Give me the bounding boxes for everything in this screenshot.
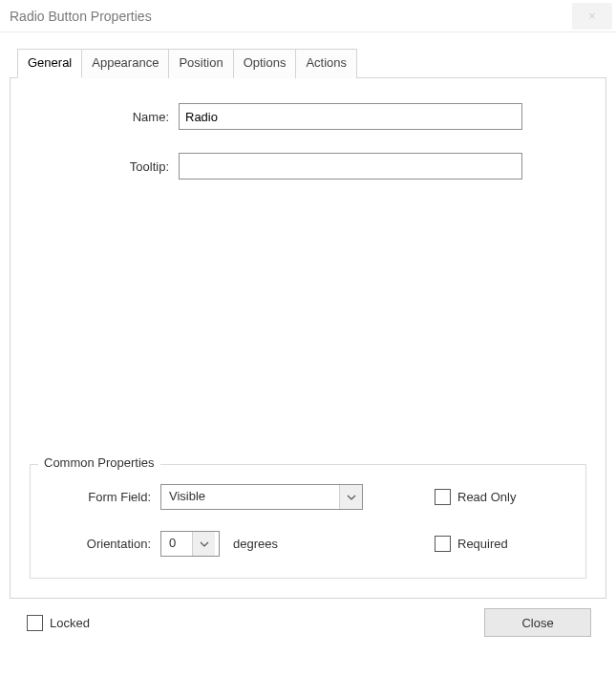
dialog-content: General Appearance Position Options Acti… bbox=[0, 32, 616, 697]
close-button-label: Close bbox=[521, 616, 553, 630]
form-field-select[interactable]: Visible bbox=[160, 484, 363, 510]
tooltip-input[interactable] bbox=[179, 153, 522, 180]
orientation-label: Orientation: bbox=[48, 537, 160, 551]
dialog-footer: Locked Close bbox=[10, 599, 606, 652]
orientation-select[interactable]: 0 bbox=[160, 531, 220, 557]
read-only-label: Read Only bbox=[457, 490, 516, 504]
tab-label: Actions bbox=[306, 55, 347, 70]
name-row: Name: bbox=[30, 103, 586, 130]
name-input[interactable] bbox=[179, 103, 522, 130]
spacer bbox=[30, 202, 586, 464]
tab-label: Appearance bbox=[92, 55, 159, 70]
chevron-down-icon bbox=[347, 495, 356, 500]
common-properties-group: Common Properties Form Field: Visible Re… bbox=[30, 464, 586, 579]
form-field-label: Form Field: bbox=[48, 490, 160, 504]
tab-label: Position bbox=[179, 55, 223, 70]
close-icon: × bbox=[588, 9, 596, 23]
common-properties-legend: Common Properties bbox=[38, 455, 160, 470]
required-checkbox[interactable] bbox=[435, 536, 451, 552]
chevron-down-icon bbox=[200, 541, 209, 547]
title-bar: Radio Button Properties × bbox=[0, 0, 616, 32]
tab-options[interactable]: Options bbox=[233, 49, 297, 78]
dialog-window: Radio Button Properties × General Appear… bbox=[0, 0, 616, 697]
required-label: Required bbox=[457, 537, 508, 551]
form-field-row: Form Field: Visible Read Only bbox=[48, 484, 568, 510]
tooltip-row: Tooltip: bbox=[30, 153, 586, 180]
form-field-value: Visible bbox=[161, 485, 339, 509]
dropdown-button bbox=[192, 532, 215, 556]
tab-actions[interactable]: Actions bbox=[295, 49, 357, 78]
tab-panel-general: Name: Tooltip: Common Properties Form Fi… bbox=[10, 77, 606, 599]
required-wrap[interactable]: Required bbox=[435, 536, 568, 552]
tooltip-label: Tooltip: bbox=[30, 159, 179, 174]
dropdown-button bbox=[339, 485, 362, 509]
tab-appearance[interactable]: Appearance bbox=[81, 49, 169, 78]
orientation-row: Orientation: 0 degrees Required bbox=[48, 531, 568, 557]
read-only-checkbox[interactable] bbox=[435, 489, 451, 505]
locked-wrap[interactable]: Locked bbox=[27, 615, 90, 631]
tab-general[interactable]: General bbox=[17, 49, 82, 78]
read-only-wrap[interactable]: Read Only bbox=[435, 489, 568, 505]
window-close-button[interactable]: × bbox=[572, 3, 612, 30]
tab-label: Options bbox=[244, 55, 287, 70]
locked-checkbox[interactable] bbox=[27, 615, 43, 631]
tab-strip: General Appearance Position Options Acti… bbox=[17, 48, 606, 77]
name-label: Name: bbox=[30, 110, 179, 124]
tab-label: General bbox=[28, 55, 72, 70]
close-button[interactable]: Close bbox=[484, 608, 591, 637]
locked-label: Locked bbox=[50, 616, 90, 630]
tab-position[interactable]: Position bbox=[168, 49, 233, 78]
orientation-value: 0 bbox=[161, 532, 192, 556]
window-title: Radio Button Properties bbox=[10, 9, 152, 24]
degrees-label: degrees bbox=[233, 537, 278, 551]
